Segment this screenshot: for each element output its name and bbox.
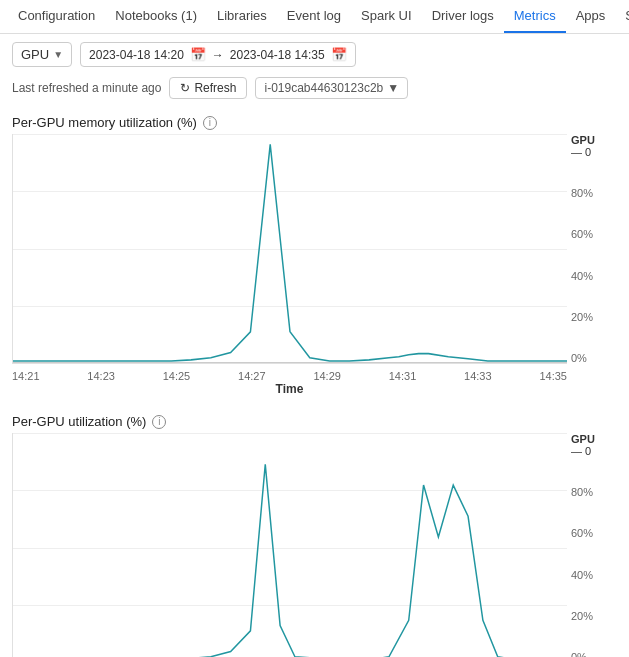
gpu-dropdown-label: GPU [21,47,49,62]
memory-y-axis: GPU — 0 80% 60% 40% 20% 0% [567,134,617,364]
x-label-1429: 14:29 [313,370,341,382]
date-end: 2023-04-18 14:35 [230,48,325,62]
memory-chart-wrapper: GPU — 0 80% 60% 40% 20% 0% [12,134,617,364]
memory-chart-area [12,134,567,364]
x-label-1425: 14:25 [163,370,191,382]
x-label-1431: 14:31 [389,370,417,382]
tab-metrics[interactable]: Metrics [504,0,566,33]
calendar-icon: 📅 [190,47,206,62]
date-start: 2023-04-18 14:20 [89,48,184,62]
instance-dropdown-chevron: ▼ [387,81,399,95]
date-arrow: → [212,48,224,62]
refresh-icon: ↻ [180,81,190,95]
tab-driver-logs[interactable]: Driver logs [422,0,504,33]
tab-configuration[interactable]: Configuration [8,0,105,33]
util-y-80: 80% [571,486,617,498]
memory-x-title: Time [12,382,567,396]
memory-y-20: 20% [571,311,617,323]
util-y-40: 40% [571,569,617,581]
instance-dropdown[interactable]: i-019cab44630123c2b ▼ [255,77,408,99]
memory-info-icon[interactable]: i [203,116,217,130]
utilization-chart-area [12,433,567,657]
x-label-1427: 14:27 [238,370,266,382]
util-y-20: 20% [571,610,617,622]
utilization-legend-title: GPU [571,433,595,445]
memory-legend-title: GPU [571,134,595,146]
tab-apps[interactable]: Apps [566,0,616,33]
instance-id-label: i-019cab44630123c2b [264,81,383,95]
tab-libraries[interactable]: Libraries [207,0,277,33]
date-range-picker[interactable]: 2023-04-18 14:20 📅 → 2023-04-18 14:35 📅 [80,42,356,67]
x-label-1421: 14:21 [12,370,40,382]
memory-y-80: 80% [571,187,617,199]
utilization-chart-title: Per-GPU utilization (%) i [12,414,617,429]
tab-spark-cluster[interactable]: Spark cluster U [615,0,629,33]
refresh-label: Refresh [194,81,236,95]
util-y-0: 0% [571,651,617,657]
memory-chart-svg [13,134,567,363]
memory-y-60: 60% [571,228,617,240]
tab-notebooks[interactable]: Notebooks (1) [105,0,207,33]
calendar-icon-2: 📅 [331,47,347,62]
util-y-60: 60% [571,527,617,539]
x-label-1433: 14:33 [464,370,492,382]
last-refreshed-label: Last refreshed a minute ago [12,81,161,95]
memory-chart-section: Per-GPU memory utilization (%) i GPU — 0… [0,107,629,396]
refresh-button[interactable]: ↻ Refresh [169,77,247,99]
utilization-legend-item: — 0 [571,445,591,457]
x-label-1423: 14:23 [87,370,115,382]
utilization-chart-svg [13,433,567,657]
utilization-y-axis: GPU — 0 80% 60% 40% 20% 0% [567,433,617,657]
memory-x-labels: 14:21 14:23 14:25 14:27 14:29 14:31 14:3… [12,368,567,382]
nav-tabs: Configuration Notebooks (1) Libraries Ev… [0,0,629,34]
refresh-row: Last refreshed a minute ago ↻ Refresh i-… [0,75,629,107]
gpu-dropdown[interactable]: GPU ▼ [12,42,72,67]
utilization-chart-wrapper: GPU — 0 80% 60% 40% 20% 0% [12,433,617,657]
memory-y-40: 40% [571,270,617,282]
memory-chart-title: Per-GPU memory utilization (%) i [12,115,617,130]
utilization-info-icon[interactable]: i [152,415,166,429]
tab-event-log[interactable]: Event log [277,0,351,33]
toolbar: GPU ▼ 2023-04-18 14:20 📅 → 2023-04-18 14… [0,34,629,75]
memory-legend-item: — 0 [571,146,591,158]
utilization-chart-section: Per-GPU utilization (%) i GPU — 0 80% 60… [0,406,629,657]
tab-spark-ui[interactable]: Spark UI [351,0,422,33]
gpu-dropdown-chevron: ▼ [53,49,63,60]
memory-y-0: 0% [571,352,617,364]
x-label-1435: 14:35 [539,370,567,382]
